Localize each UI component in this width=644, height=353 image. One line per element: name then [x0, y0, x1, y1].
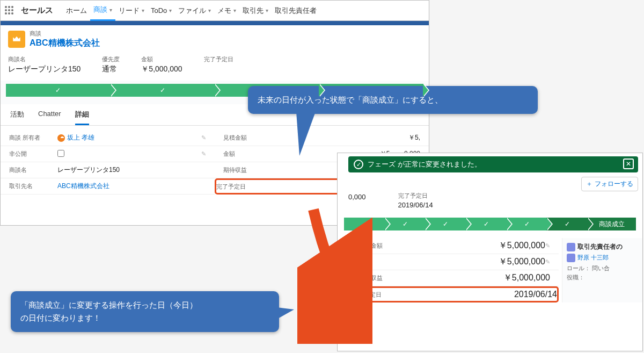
- tab-activity[interactable]: 活動: [10, 110, 24, 125]
- detail-row: 額 ￥5,000,000 ✎: [350, 254, 559, 270]
- field-value: 2019/06/14: [398, 201, 433, 209]
- field-value: レーザープリンタ150: [8, 64, 80, 74]
- detail-label: 期待収益: [223, 166, 272, 174]
- stage-step[interactable]: ✓: [344, 218, 385, 230]
- check-icon: ✓: [565, 220, 570, 228]
- stage-step[interactable]: ✓: [466, 218, 507, 230]
- nav-file[interactable]: ファイル▾: [175, 1, 214, 21]
- stage-step[interactable]: ✓: [425, 218, 466, 230]
- edit-icon[interactable]: ✎: [201, 150, 206, 157]
- detail-value: ￥5,000,000: [407, 272, 550, 284]
- detail-label: 完了予定日: [216, 183, 265, 191]
- top-nav: セールス ホーム 商談▾ リード▾ ToDo▾ ファイル▾ メモ▾ 取引先▾ 取…: [1, 1, 429, 21]
- success-check-icon: ✓: [354, 160, 363, 169]
- detail-value: ￥5,000,000: [407, 240, 545, 251]
- kv-label: ロール：: [567, 265, 590, 271]
- kv-label: 役職：: [567, 274, 584, 280]
- private-checkbox[interactable]: [57, 150, 64, 157]
- follow-button[interactable]: ＋フォローする: [581, 177, 638, 191]
- entity-label: 商談: [30, 30, 100, 38]
- nav-memo[interactable]: メモ▾: [214, 1, 239, 21]
- check-icon: ✓: [55, 87, 61, 94]
- annotation-callout: 未来の日付が入った状態で「商談成立」にすると、: [248, 86, 538, 114]
- detail-value: ￥5,000,000: [407, 256, 545, 268]
- toast-message: フェーズ が正常に変更されました。: [368, 160, 481, 169]
- app-name: セールス: [21, 5, 53, 16]
- contact-icon: [567, 243, 575, 251]
- detail-grid: 見積金額 ￥5,000,000 ✎ 額 ￥5,000,000 ✎ 期待収益 ￥5…: [338, 238, 562, 302]
- close-date-highlight: 完了予定日 2019/06/14: [350, 286, 559, 302]
- chevron-down-icon: ▾: [208, 8, 211, 13]
- stage-step[interactable]: ✓: [111, 84, 215, 97]
- check-icon: ✓: [160, 87, 165, 94]
- close-icon[interactable]: ✕: [623, 159, 634, 169]
- panel-after: ✓ フェーズ が正常に変更されました。 ✕ ＋フォローする 0,000 完了予定…: [337, 153, 643, 351]
- check-icon: ✓: [362, 220, 367, 228]
- annotation-callout: 「商談成立」に変更する操作を行った日（今日） の日付に変わります！: [11, 291, 279, 332]
- stage-final-label[interactable]: 商談成立: [588, 218, 636, 230]
- nav-account[interactable]: 取引先▾: [239, 1, 272, 21]
- detail-value: レーザープリンタ150: [57, 165, 206, 175]
- detail-row: 商談 所有者 坂上 孝雄 ✎: [1, 130, 215, 146]
- nav-contact[interactable]: 取引先責任者: [272, 1, 320, 21]
- record-title[interactable]: ABC精機株式会社: [30, 38, 100, 49]
- detail-label: 商談名: [9, 166, 57, 174]
- detail-row: 期待収益 ￥5,000,000: [350, 270, 559, 286]
- field-label: 完了予定日: [204, 55, 233, 63]
- field-label: 金額: [141, 55, 182, 63]
- nav-home[interactable]: ホーム: [63, 1, 90, 21]
- edit-icon[interactable]: ✎: [545, 258, 550, 265]
- stage-step[interactable]: ✓: [6, 84, 111, 97]
- field-label: 優先度: [102, 55, 120, 63]
- field-label: 商談名: [8, 55, 80, 63]
- check-icon: ✓: [524, 220, 530, 228]
- detail-label: 金額: [223, 150, 272, 158]
- tab-detail[interactable]: 詳細: [75, 110, 89, 125]
- stage-step[interactable]: ✓: [385, 218, 426, 230]
- stage-step[interactable]: ✓: [547, 218, 588, 230]
- stage-path: ✓ ✓ ✓ ✓ ✓ ✓ 商談成立: [338, 212, 642, 238]
- record-header: 商談 ABC精機株式会社: [1, 25, 429, 53]
- contact-icon: [567, 254, 575, 262]
- detail-label: 見積金額: [359, 242, 407, 250]
- account-link[interactable]: ABC精機株式会社: [57, 182, 206, 191]
- detail-label: 非公開: [9, 150, 57, 158]
- detail-label: 取引先名: [9, 182, 57, 190]
- detail-label: 見積金額: [223, 134, 272, 142]
- detail-value: ￥5,: [272, 133, 420, 142]
- close-date-after: 2019/06/14: [400, 290, 557, 299]
- field-value: 0,000: [348, 193, 366, 201]
- success-toast: ✓ フェーズ が正常に変更されました。 ✕: [348, 156, 638, 172]
- kv-value: 問い合: [592, 265, 610, 271]
- app-launcher-icon[interactable]: [5, 6, 14, 16]
- nav-lead[interactable]: リード▾: [115, 1, 148, 21]
- check-icon: ✓: [443, 220, 448, 228]
- stage-step[interactable]: ✓: [507, 218, 547, 230]
- field-value: 通常: [102, 64, 120, 74]
- field-value: ￥5,000,000: [141, 64, 182, 74]
- detail-label: 期待収益: [359, 274, 407, 282]
- brand-bar: [1, 21, 429, 25]
- check-icon: ✓: [402, 220, 408, 228]
- detail-row: 見積金額 ￥5,000,000 ✎: [350, 238, 559, 254]
- contact-link[interactable]: 野原 十三郎: [577, 254, 609, 261]
- nav-todo[interactable]: ToDo▾: [148, 1, 175, 21]
- check-icon: ✓: [484, 220, 489, 228]
- highlight-fields: 商談名レーザープリンタ150 優先度通常 金額￥5,000,000 完了予定日: [1, 53, 429, 81]
- edit-icon[interactable]: ✎: [545, 242, 550, 249]
- nav-opportunity[interactable]: 商談▾: [90, 1, 115, 21]
- tab-chatter[interactable]: Chatter: [38, 110, 61, 125]
- detail-row: 商談名 レーザープリンタ150: [1, 162, 215, 178]
- chevron-down-icon: ▾: [169, 8, 172, 13]
- detail-row: 非公開 ✎: [1, 146, 215, 162]
- detail-label: 額: [359, 258, 407, 266]
- chevron-down-icon: ▾: [233, 8, 236, 13]
- chevron-down-icon: ▾: [109, 7, 112, 13]
- field-label: 完了予定日: [398, 192, 433, 200]
- related-contacts: 取引先責任者の 野原 十三郎 ロール： 問い合 役職：: [562, 238, 642, 302]
- owner-link[interactable]: 坂上 孝雄: [57, 133, 201, 142]
- edit-icon[interactable]: ✎: [201, 134, 206, 141]
- opportunity-icon: [8, 31, 25, 48]
- chevron-down-icon: ▾: [266, 8, 268, 13]
- detail-row: 取引先名 ABC精機株式会社: [1, 178, 215, 194]
